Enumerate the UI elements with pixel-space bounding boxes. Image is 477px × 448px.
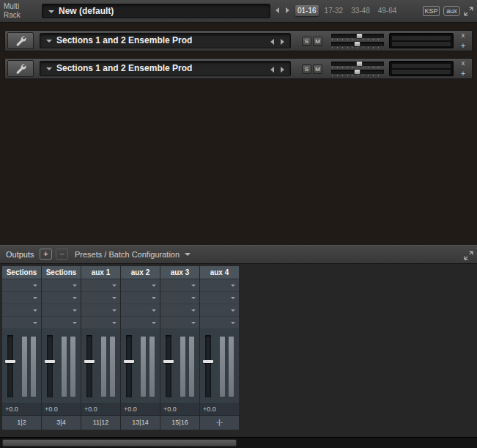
instrument-edit-button[interactable] bbox=[7, 32, 34, 49]
scrollbar-handle[interactable] bbox=[2, 439, 237, 447]
pan-slider-handle[interactable] bbox=[354, 69, 360, 75]
channel-name[interactable]: aux 3 bbox=[160, 266, 199, 279]
fader-handle[interactable] bbox=[45, 360, 55, 363]
insert-slot[interactable] bbox=[81, 317, 120, 329]
channel-name[interactable]: Sections bbox=[42, 266, 81, 279]
slot-dropdown-icon bbox=[152, 309, 156, 312]
pan-slider[interactable] bbox=[331, 70, 384, 74]
instrument-close-button[interactable]: x bbox=[456, 59, 470, 68]
dropdown-arrow-icon bbox=[46, 40, 52, 43]
insert-slot[interactable] bbox=[121, 292, 160, 304]
channel-fader[interactable] bbox=[7, 335, 13, 397]
insert-slot[interactable] bbox=[2, 317, 41, 329]
add-channel-button[interactable]: + bbox=[40, 249, 52, 260]
insert-slot[interactable] bbox=[42, 317, 81, 329]
pan-slider[interactable] bbox=[331, 42, 384, 46]
insert-slot[interactable] bbox=[81, 304, 120, 317]
fader-section bbox=[42, 329, 81, 404]
presets-batch-menu[interactable]: Presets / Batch Configuration bbox=[75, 249, 191, 260]
page-tab-49-64[interactable]: 49-64 bbox=[376, 5, 399, 16]
insert-slot[interactable] bbox=[200, 304, 239, 317]
volume-slider-handle[interactable] bbox=[356, 33, 363, 39]
volume-slider[interactable] bbox=[331, 62, 384, 66]
channel-fader[interactable] bbox=[86, 335, 92, 397]
ksp-button[interactable]: KSP bbox=[423, 6, 440, 16]
instrument-add-button[interactable]: + bbox=[456, 40, 470, 51]
fader-handle[interactable] bbox=[203, 360, 213, 363]
channel-output-routing[interactable]: 15|16 bbox=[160, 416, 199, 430]
solo-button[interactable]: S bbox=[302, 65, 311, 74]
instrument-next-button[interactable] bbox=[278, 38, 286, 45]
insert-slot[interactable] bbox=[200, 292, 239, 304]
insert-slot[interactable] bbox=[160, 292, 199, 304]
instrument-add-button[interactable]: + bbox=[456, 68, 470, 78]
rack-resize-icon[interactable] bbox=[464, 6, 474, 16]
multi-name-dropdown[interactable]: New (default) bbox=[42, 4, 270, 18]
channel-fader[interactable] bbox=[205, 335, 211, 397]
pan-slider-handle[interactable] bbox=[354, 41, 360, 47]
fader-handle[interactable] bbox=[5, 360, 15, 363]
next-arrow-icon bbox=[286, 7, 289, 13]
insert-slot[interactable] bbox=[200, 317, 239, 329]
instrument-close-button[interactable]: x bbox=[456, 31, 470, 40]
instrument-prev-button[interactable] bbox=[268, 66, 276, 73]
channel-name[interactable]: aux 2 bbox=[121, 266, 160, 279]
insert-slot[interactable] bbox=[81, 279, 120, 292]
channel-name[interactable]: aux 1 bbox=[81, 266, 120, 279]
outputs-header: Outputs + − Presets / Batch Configuratio… bbox=[0, 245, 477, 264]
insert-slot[interactable] bbox=[160, 317, 199, 329]
mute-button[interactable]: M bbox=[313, 65, 322, 74]
multi-next-button[interactable] bbox=[283, 6, 292, 15]
channel-name[interactable]: aux 4 bbox=[200, 266, 239, 279]
slot-dropdown-icon bbox=[73, 322, 77, 324]
insert-slot[interactable] bbox=[200, 279, 239, 292]
insert-slot[interactable] bbox=[121, 317, 160, 329]
fader-handle[interactable] bbox=[124, 360, 134, 363]
remove-channel-button[interactable]: − bbox=[56, 249, 68, 260]
instrument-edit-button[interactable] bbox=[7, 60, 34, 77]
insert-slot[interactable] bbox=[121, 279, 160, 292]
rack-label: Multi Rack bbox=[4, 2, 21, 20]
aux-button[interactable]: aux bbox=[443, 6, 460, 16]
channel-output-routing[interactable]: 1|2 bbox=[2, 416, 41, 430]
instrument-prev-button[interactable] bbox=[268, 38, 276, 45]
volume-slider-handle[interactable] bbox=[356, 61, 363, 67]
level-meter-right bbox=[392, 42, 451, 46]
channel-fader[interactable] bbox=[126, 335, 132, 397]
slot-dropdown-icon bbox=[112, 297, 117, 299]
channel-output-routing[interactable]: 13|14 bbox=[121, 416, 160, 430]
insert-slot[interactable] bbox=[2, 292, 41, 304]
fader-handle[interactable] bbox=[163, 360, 174, 363]
solo-button[interactable]: S bbox=[302, 37, 311, 46]
page-tab-33-48[interactable]: 33-48 bbox=[349, 5, 372, 16]
page-tab-01-16[interactable]: 01-16 bbox=[295, 5, 319, 16]
slider-ticks bbox=[332, 75, 383, 76]
outputs-resize-icon[interactable] bbox=[464, 250, 474, 260]
horizontal-scrollbar[interactable] bbox=[0, 437, 477, 448]
volume-slider[interactable] bbox=[331, 34, 384, 38]
insert-slot[interactable] bbox=[160, 304, 199, 317]
insert-slot[interactable] bbox=[42, 304, 81, 317]
instrument-name-dropdown[interactable]: Sections 1 and 2 Ensemble Prod bbox=[40, 61, 291, 76]
mute-button[interactable]: M bbox=[313, 37, 322, 46]
page-tab-17-32[interactable]: 17-32 bbox=[322, 5, 346, 16]
insert-slot[interactable] bbox=[121, 304, 160, 317]
channel-output-routing[interactable]: 3|4 bbox=[42, 416, 81, 430]
channel-output-routing[interactable]: 11|12 bbox=[81, 416, 120, 430]
insert-slot[interactable] bbox=[2, 304, 41, 317]
instrument-name-dropdown[interactable]: Sections 1 and 2 Ensemble Prod bbox=[40, 33, 291, 48]
insert-slot[interactable] bbox=[42, 292, 81, 304]
channel-name[interactable]: Sections bbox=[2, 266, 41, 279]
channel-fader[interactable] bbox=[166, 335, 171, 397]
channel-fader[interactable] bbox=[47, 335, 53, 397]
dropdown-arrow-icon bbox=[46, 67, 52, 70]
insert-slot[interactable] bbox=[2, 279, 41, 292]
fader-handle[interactable] bbox=[84, 360, 95, 363]
insert-slot[interactable] bbox=[42, 279, 81, 292]
channel-output-routing[interactable]: -|- bbox=[200, 416, 239, 430]
insert-slot[interactable] bbox=[81, 292, 120, 304]
slot-dropdown-icon bbox=[191, 284, 196, 287]
instrument-next-button[interactable] bbox=[278, 66, 286, 73]
multi-prev-button[interactable] bbox=[273, 6, 281, 15]
insert-slot[interactable] bbox=[160, 279, 199, 292]
